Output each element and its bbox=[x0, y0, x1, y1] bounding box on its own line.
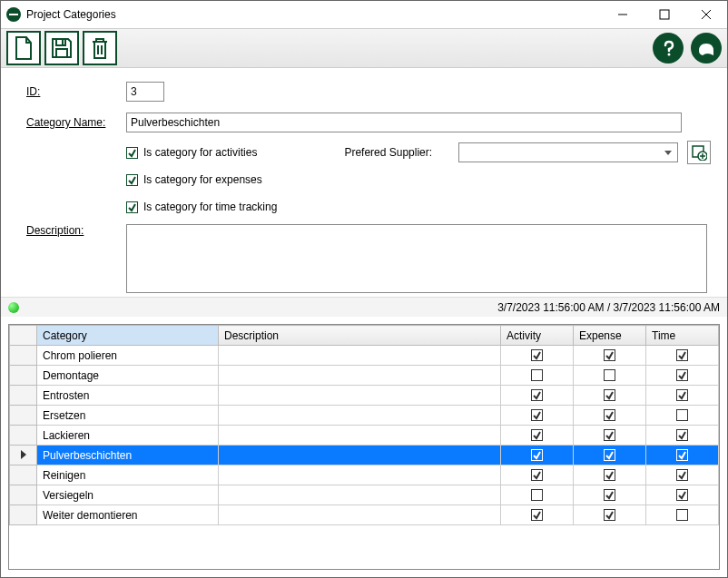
cell-expense[interactable] bbox=[574, 346, 646, 366]
cell-category[interactable]: Weiter demontieren bbox=[37, 505, 219, 525]
cell-expense[interactable] bbox=[574, 485, 646, 505]
minimize-button[interactable] bbox=[602, 1, 644, 28]
checkbox-icon[interactable] bbox=[531, 349, 543, 361]
close-button[interactable] bbox=[685, 1, 727, 28]
cell-time[interactable] bbox=[646, 465, 719, 485]
checkbox-icon[interactable] bbox=[604, 409, 615, 421]
cell-category[interactable]: Lackieren bbox=[37, 426, 219, 446]
id-field[interactable] bbox=[126, 82, 164, 102]
checkbox-icon[interactable] bbox=[676, 489, 688, 501]
checkbox-icon[interactable] bbox=[531, 409, 543, 421]
checkbox-icon[interactable] bbox=[531, 509, 543, 521]
checkbox-icon[interactable] bbox=[604, 449, 615, 461]
cell-activity[interactable] bbox=[501, 366, 574, 386]
help-button[interactable] bbox=[653, 33, 684, 64]
cell-description[interactable] bbox=[219, 446, 501, 465]
cell-description[interactable] bbox=[219, 406, 501, 426]
checkbox-icon[interactable] bbox=[676, 429, 688, 441]
table-row[interactable]: Reinigen bbox=[10, 465, 719, 485]
checkbox-icon[interactable] bbox=[604, 389, 615, 401]
maximize-button[interactable] bbox=[644, 1, 685, 28]
supplier-select[interactable] bbox=[458, 142, 678, 162]
cell-category[interactable]: Chrom polieren bbox=[37, 346, 219, 366]
table-row[interactable]: Weiter demontieren bbox=[10, 505, 719, 525]
cell-expense[interactable] bbox=[574, 366, 646, 386]
table-row[interactable]: Chrom polieren bbox=[10, 346, 719, 366]
category-name-field[interactable] bbox=[126, 113, 682, 132]
cell-activity[interactable] bbox=[501, 426, 574, 446]
table-row[interactable]: Demontage bbox=[10, 366, 719, 386]
cell-description[interactable] bbox=[219, 505, 501, 525]
cell-description[interactable] bbox=[219, 366, 501, 386]
checkbox-icon[interactable] bbox=[676, 349, 688, 361]
cell-expense[interactable] bbox=[574, 426, 646, 446]
checkbox-icon[interactable] bbox=[604, 429, 615, 441]
checkbox-icon[interactable] bbox=[604, 489, 615, 501]
cell-time[interactable] bbox=[646, 426, 719, 446]
cell-activity[interactable] bbox=[501, 346, 574, 366]
cell-description[interactable] bbox=[219, 465, 501, 485]
col-category[interactable]: Category bbox=[37, 326, 219, 346]
table-row[interactable]: Pulverbeschichten bbox=[10, 446, 719, 465]
cell-activity[interactable] bbox=[501, 505, 574, 525]
cell-expense[interactable] bbox=[574, 386, 646, 406]
cell-activity[interactable] bbox=[501, 465, 574, 485]
cell-expense[interactable] bbox=[574, 505, 646, 525]
checkbox-icon[interactable] bbox=[531, 369, 543, 381]
cell-expense[interactable] bbox=[574, 446, 646, 465]
cell-description[interactable] bbox=[219, 386, 501, 406]
col-description[interactable]: Description bbox=[219, 326, 501, 346]
timetracking-checkbox[interactable] bbox=[126, 201, 138, 213]
checkbox-icon[interactable] bbox=[676, 509, 688, 521]
cell-activity[interactable] bbox=[501, 406, 574, 426]
new-button[interactable] bbox=[6, 31, 41, 65]
cell-category[interactable]: Versiegeln bbox=[37, 485, 219, 505]
checkbox-icon[interactable] bbox=[604, 369, 615, 381]
checkbox-icon[interactable] bbox=[531, 429, 543, 441]
checkbox-icon[interactable] bbox=[531, 449, 543, 461]
cell-category[interactable]: Demontage bbox=[37, 366, 219, 386]
cell-description[interactable] bbox=[219, 485, 501, 505]
cell-expense[interactable] bbox=[574, 465, 646, 485]
col-time[interactable]: Time bbox=[646, 326, 719, 346]
checkbox-icon[interactable] bbox=[531, 389, 543, 401]
cell-description[interactable] bbox=[219, 426, 501, 446]
cell-time[interactable] bbox=[646, 505, 719, 525]
cell-time[interactable] bbox=[646, 366, 719, 386]
checkbox-icon[interactable] bbox=[676, 469, 688, 481]
about-button[interactable] bbox=[691, 33, 722, 64]
save-button[interactable] bbox=[44, 31, 79, 65]
checkbox-icon[interactable] bbox=[531, 489, 543, 501]
table-row[interactable]: Entrosten bbox=[10, 386, 719, 406]
cell-category[interactable]: Pulverbeschichten bbox=[37, 446, 219, 465]
delete-button[interactable] bbox=[83, 31, 117, 65]
table-row[interactable]: Lackieren bbox=[10, 426, 719, 446]
cell-category[interactable]: Entrosten bbox=[37, 386, 219, 406]
table-row[interactable]: Ersetzen bbox=[10, 406, 719, 426]
checkbox-icon[interactable] bbox=[604, 469, 615, 481]
table-row[interactable]: Versiegeln bbox=[10, 485, 719, 505]
add-supplier-button[interactable] bbox=[687, 141, 711, 164]
checkbox-icon[interactable] bbox=[676, 409, 688, 421]
col-activity[interactable]: Activity bbox=[501, 326, 574, 346]
cell-time[interactable] bbox=[646, 346, 719, 366]
cell-time[interactable] bbox=[646, 446, 719, 465]
checkbox-icon[interactable] bbox=[604, 509, 615, 521]
cell-activity[interactable] bbox=[501, 446, 574, 465]
cell-description[interactable] bbox=[219, 346, 501, 366]
cell-activity[interactable] bbox=[501, 386, 574, 406]
cell-category[interactable]: Ersetzen bbox=[37, 406, 219, 426]
checkbox-icon[interactable] bbox=[531, 469, 543, 481]
cell-time[interactable] bbox=[646, 386, 719, 406]
expenses-checkbox[interactable] bbox=[126, 174, 138, 186]
checkbox-icon[interactable] bbox=[676, 389, 688, 401]
description-field[interactable] bbox=[126, 224, 707, 293]
activities-checkbox[interactable] bbox=[126, 147, 138, 159]
cell-time[interactable] bbox=[646, 406, 719, 426]
col-expense[interactable]: Expense bbox=[574, 326, 646, 346]
cell-time[interactable] bbox=[646, 485, 719, 505]
checkbox-icon[interactable] bbox=[676, 449, 688, 461]
categories-grid[interactable]: Category Description Activity Expense Ti… bbox=[8, 324, 720, 570]
checkbox-icon[interactable] bbox=[676, 369, 688, 381]
checkbox-icon[interactable] bbox=[604, 349, 615, 361]
